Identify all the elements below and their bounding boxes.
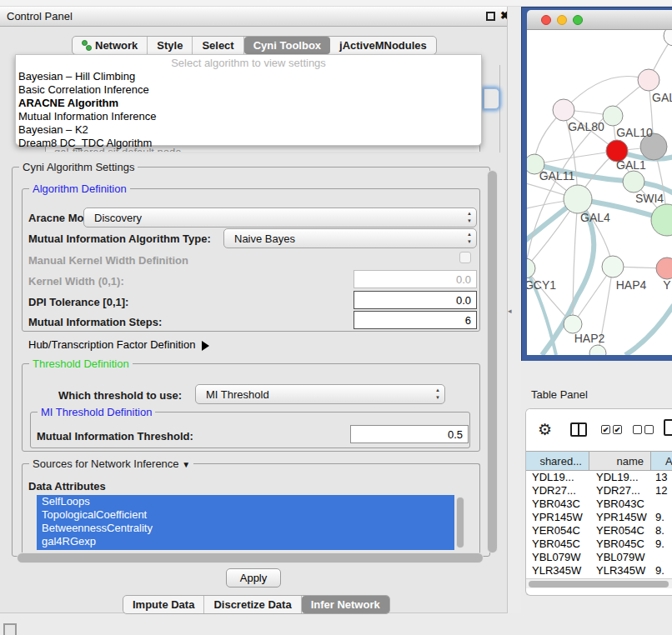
algorithm-option[interactable]: Bayesian – K2: [16, 123, 481, 137]
select-all-checkboxes-icon[interactable]: ✔✔: [601, 425, 622, 434]
tab-infer-network[interactable]: Infer Network: [302, 596, 389, 613]
algorithm-dropdown-popup: Select algorithm to view settings Bayesi…: [15, 54, 482, 146]
cyni-bottom-tabs: Impute Data Discretize Data Infer Networ…: [123, 595, 390, 614]
divider-collapse-arrow-icon[interactable]: ◂: [508, 307, 512, 315]
tab-jactivemnodules[interactable]: jActiveMNodules: [330, 37, 436, 54]
list-item[interactable]: TopologicalCoefficient: [37, 508, 454, 522]
spinner-arrows-icon: ▲▼: [435, 387, 440, 402]
node-label: GAL: [652, 91, 672, 104]
network-node-hap4[interactable]: [602, 256, 624, 278]
table-row[interactable]: YPR145WYPR145W9.: [526, 511, 672, 524]
table-row[interactable]: YER054CYER054C8.: [526, 524, 672, 538]
attributes-scrollbar[interactable]: [456, 497, 464, 548]
table-row[interactable]: YBL079WYBL079W: [526, 551, 672, 564]
node-label-gal1: GAL1: [616, 158, 646, 172]
settings-vertical-scrollbar[interactable]: [487, 170, 498, 553]
kernel-width-field[interactable]: 0.0: [354, 270, 477, 288]
control-panel-title: Control Panel: [7, 10, 73, 22]
tab-network[interactable]: Network: [73, 37, 148, 54]
spinner-arrows-icon: ▲▼: [467, 231, 472, 246]
data-attributes-label: Data Attributes: [28, 480, 106, 492]
column-header-shared-name[interactable]: shared...: [526, 452, 589, 470]
expander-arrow-icon: [202, 341, 209, 351]
network-node-gal80[interactable]: [553, 99, 574, 121]
mi-algorithm-type-select[interactable]: Naive Bayes ▲▼: [223, 228, 477, 248]
network-node-green-large[interactable]: [651, 204, 672, 236]
table-row[interactable]: YBR043CYBR043C: [526, 498, 672, 511]
mac-zoom-button[interactable]: [573, 15, 583, 25]
focused-algorithm-combo-fragment[interactable]: [484, 88, 499, 109]
network-node-salmon[interactable]: [656, 258, 672, 279]
manual-kernel-width-label: Manual Kernel Width Definition: [28, 254, 188, 267]
column-header-name[interactable]: name: [589, 452, 651, 470]
mi-steps-label: Mutual Information Steps:: [28, 316, 162, 328]
gear-icon[interactable]: ⚙: [538, 420, 552, 439]
document-icon[interactable]: [664, 419, 672, 436]
tab-discretize-data[interactable]: Discretize Data: [204, 596, 301, 613]
algorithm-option-highlighted[interactable]: ARACNE Algorithm: [16, 97, 481, 110]
cyni-settings-title: Cyni Algorithm Settings: [19, 161, 138, 173]
node-label-hap2: HAP2: [574, 332, 605, 345]
mi-threshold-definition-title: MI Threshold Definition: [38, 406, 155, 418]
network-canvas[interactable]: GAL GAL80 GAL10 GAL1 GAL11 SWI4 GAL4 GCY…: [527, 30, 672, 355]
algorithm-option[interactable]: Bayesian – Hill Climbing: [16, 70, 481, 83]
network-node-bottom[interactable]: [589, 345, 606, 355]
algorithm-definition-title: Algorithm Definition: [29, 182, 130, 195]
aracne-mode-select[interactable]: Discovery ▲▼: [83, 208, 477, 228]
algorithm-option[interactable]: Mutual Information Inference: [16, 110, 481, 123]
table-panel-title: Table Panel: [531, 388, 588, 401]
network-node[interactable]: [664, 30, 672, 46]
tab-select[interactable]: Select: [193, 37, 243, 54]
background-groupbox-edge: [499, 65, 500, 152]
table-row[interactable]: YLR345WYLR345W9.: [526, 564, 672, 578]
columns-icon[interactable]: [570, 422, 587, 437]
table-horizontal-scrollbar[interactable]: [526, 578, 672, 588]
tab-cyni-toolbox[interactable]: Cyni Toolbox: [244, 37, 330, 54]
node-label-hap4: HAP4: [616, 278, 647, 292]
table-row[interactable]: YDR27...YDR27...12: [526, 484, 672, 498]
kernel-width-label: Kernel Width (0,1):: [28, 275, 124, 288]
network-node-hap2[interactable]: [564, 315, 582, 333]
table-row[interactable]: YBR045CYBR045C9.: [526, 538, 672, 551]
node-label-gal11: GAL11: [539, 169, 575, 182]
list-item[interactable]: SelfLoops: [37, 495, 454, 508]
network-node-gal4[interactable]: [564, 185, 592, 213]
collapsed-panel-icon[interactable]: [3, 623, 17, 635]
hub-definition-expander[interactable]: Hub/Transcription Factor Definition: [28, 338, 209, 351]
algorithm-option[interactable]: Basic Correlation Inference: [16, 83, 481, 97]
settings-horizontal-scrollbar[interactable]: [17, 552, 484, 563]
network-node-gcy1[interactable]: [527, 258, 535, 278]
control-panel-titlebar: Control Panel ✖: [0, 7, 517, 27]
list-item[interactable]: BetweennessCentrality: [37, 522, 454, 535]
node-label-swi4: SWI4: [635, 192, 664, 205]
table-header-row: shared... name A: [526, 451, 672, 471]
dpi-tolerance-field[interactable]: 0.0: [354, 291, 477, 309]
node-label-gal80: GAL80: [568, 120, 604, 133]
tab-style[interactable]: Style: [148, 37, 193, 54]
algorithm-option[interactable]: Dream8 DC_TDC Algorithm: [16, 137, 481, 150]
dpi-tolerance-label: DPI Tolerance [0,1]:: [28, 296, 128, 308]
network-window-titlebar: [527, 10, 672, 30]
network-node-gal10[interactable]: [603, 106, 623, 126]
mi-algorithm-type-label: Mutual Information Algorithm Type:: [28, 232, 211, 245]
float-window-icon[interactable]: [486, 12, 495, 21]
table-toolbar: ⚙ ✔✔: [526, 409, 672, 451]
mi-threshold-field[interactable]: 0.5: [350, 425, 469, 443]
algorithm-popup-prompt: Select algorithm to view settings: [16, 57, 481, 70]
sources-title: Sources for Network Inference ▼: [29, 458, 193, 470]
manual-kernel-width-checkbox[interactable]: [459, 252, 471, 263]
deselect-all-checkboxes-icon[interactable]: [633, 425, 654, 434]
network-node-swi4[interactable]: [623, 171, 644, 192]
mi-steps-field[interactable]: 6: [354, 311, 477, 329]
mac-close-button[interactable]: [541, 15, 551, 25]
collapse-arrow-icon: ▼: [182, 460, 190, 469]
mac-minimize-button[interactable]: [557, 15, 567, 25]
network-node-gal-top[interactable]: [638, 69, 659, 91]
node-table: shared... name A YDL19...YDL19...13 YDR2…: [526, 451, 672, 578]
column-header-clipped[interactable]: A: [651, 452, 672, 470]
tab-impute-data[interactable]: Impute Data: [123, 596, 204, 613]
list-item[interactable]: gal4RGexp: [37, 535, 454, 548]
table-row[interactable]: YDL19...YDL19...13: [526, 471, 672, 484]
which-threshold-select[interactable]: MI Threshold ▲▼: [195, 384, 445, 404]
apply-button[interactable]: Apply: [226, 568, 281, 588]
